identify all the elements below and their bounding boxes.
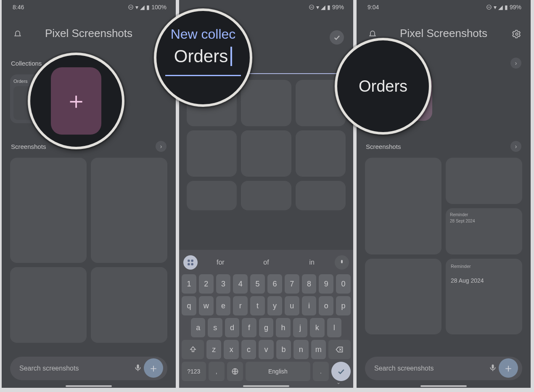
screenshots-grid: Reminder 28 Sept 2024 Reminder 28 Aug 20… [357,158,531,334]
status-bar: 9:04 ▾ ◢ ▮ 99% [357,0,531,14]
key-w[interactable]: w [199,296,214,315]
enter-key[interactable] [331,362,351,381]
screenshot-thumb[interactable] [91,158,167,263]
key-5[interactable]: 5 [250,274,265,294]
space-key[interactable]: English [246,362,310,381]
shift-key[interactable] [182,340,204,359]
input-value-row: Orders [174,46,232,66]
suggestion-bar: for of in [182,253,351,272]
clock: 9:04 [367,4,379,11]
screenshot-thumb[interactable] [365,158,441,254]
symbols-key[interactable]: ?123 [182,362,206,381]
mic-icon[interactable] [134,363,142,373]
svg-rect-2 [137,365,139,369]
screenshot-thumb[interactable] [241,130,291,177]
key-o[interactable]: o [319,296,333,315]
screenshots-header[interactable]: Screenshots › [357,141,531,152]
screenshot-thumb[interactable] [10,158,87,263]
key-r[interactable]: r [233,296,248,315]
settings-icon[interactable] [512,29,521,42]
confirm-button[interactable] [330,30,344,45]
screenshot-thumb[interactable] [296,181,346,210]
key-f[interactable]: f [242,318,256,337]
suggestion-3[interactable]: in [289,259,335,266]
key-g[interactable]: g [259,318,273,337]
battery-text: 99% [332,4,344,11]
key-s[interactable]: s [208,318,222,337]
language-key[interactable] [227,362,243,381]
keyboard-handle-icon[interactable]: ⌄ [336,379,341,385]
nav-handle [243,385,289,387]
page-title: Pixel Screenshots [45,27,132,40]
callout-orders-collection: Orders [335,38,431,135]
key-6[interactable]: 6 [267,274,282,294]
key-4[interactable]: 4 [233,274,248,294]
key-t[interactable]: t [250,296,265,315]
key-8[interactable]: 8 [302,274,317,294]
key-h[interactable]: h [276,318,290,337]
key-z[interactable]: z [206,340,221,359]
voice-input-button[interactable] [335,255,349,270]
key-2[interactable]: 2 [199,274,214,294]
screenshot-thumb[interactable]: Reminder 28 Aug 2024 [446,259,522,334]
reminder-label: Reminder [450,212,518,217]
screenshot-thumb[interactable] [187,181,237,210]
screenshot-thumb[interactable] [241,80,291,126]
input-label: New collec [171,26,236,42]
key-d[interactable]: d [225,318,239,337]
suggestion-2[interactable]: of [243,259,289,266]
key-q[interactable]: q [182,296,196,315]
key-u[interactable]: u [285,296,299,315]
backspace-key[interactable] [328,340,351,359]
key-x[interactable]: x [224,340,238,359]
period-key[interactable]: . [313,362,329,381]
add-collection-tile[interactable]: ＋ [51,67,101,135]
kb-row-a: asdfghjkl [182,318,351,337]
key-7[interactable]: 7 [285,274,299,294]
key-y[interactable]: y [267,296,282,315]
mic-icon[interactable] [489,363,497,373]
key-3[interactable]: 3 [216,274,231,294]
dnd-icon [128,4,134,10]
screenshot-thumb[interactable] [10,267,87,343]
key-j[interactable]: j [293,318,307,337]
key-l[interactable]: l [327,318,341,337]
svg-rect-7 [191,260,193,262]
screenshot-thumb[interactable] [296,130,346,177]
reminders-icon[interactable] [13,29,22,42]
wifi-icon: ▾ [316,4,319,11]
key-p[interactable]: p [336,296,351,315]
screenshot-thumb[interactable] [365,259,441,334]
nav-handle [66,385,112,387]
key-e[interactable]: e [216,296,231,315]
key-0[interactable]: 0 [336,274,351,294]
toolbar-chip[interactable] [183,255,198,270]
key-b[interactable]: b [276,340,291,359]
screenshot-thumb[interactable] [446,158,522,204]
key-9[interactable]: 9 [319,274,333,294]
key-a[interactable]: a [191,318,205,337]
nav-handle [420,385,467,387]
add-screenshot-fab[interactable]: ＋ [499,358,518,378]
key-v[interactable]: v [259,340,273,359]
key-m[interactable]: m [311,340,326,359]
key-c[interactable]: c [241,340,256,359]
chevron-right-icon[interactable]: › [156,141,167,152]
kb-row-bottom: ?123 , English . [182,362,351,381]
key-1[interactable]: 1 [182,274,196,294]
screenshot-thumb[interactable] [241,181,291,210]
screenshot-thumb[interactable]: Reminder 28 Sept 2024 [446,208,522,254]
screenshot-thumb[interactable] [187,130,237,177]
key-n[interactable]: n [293,340,308,359]
battery-text: 99% [510,4,521,11]
comma-key[interactable]: , [209,362,225,381]
screenshot-thumb[interactable] [91,267,167,343]
key-i[interactable]: i [302,296,317,315]
key-k[interactable]: k [310,318,324,337]
chevron-right-icon[interactable]: › [510,58,521,69]
signal-icon: ◢ [140,4,145,11]
add-screenshot-fab[interactable]: ＋ [144,358,163,378]
collection-name: Orders [359,77,407,95]
chevron-right-icon[interactable]: › [510,141,521,152]
suggestion-1[interactable]: for [198,259,243,266]
